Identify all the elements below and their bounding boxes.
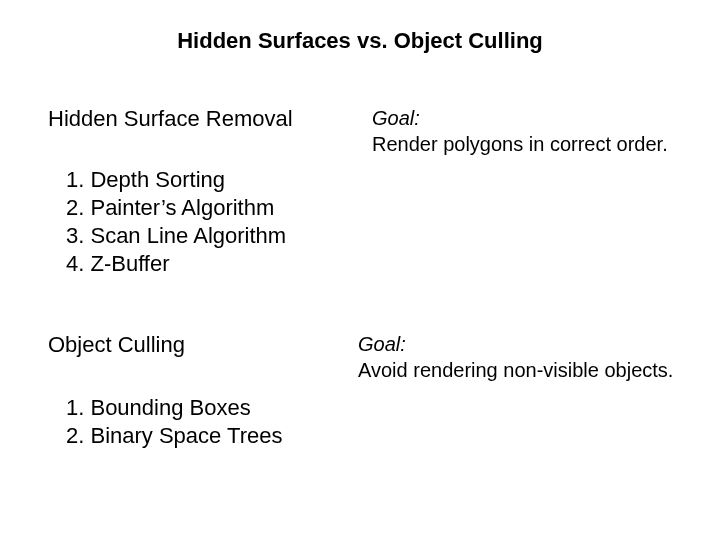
hidden-surface-goal: Goal: Render polygons in correct order. [372,106,668,157]
list-item: 3. Scan Line Algorithm [66,222,286,250]
list-item: 2. Binary Space Trees [66,422,282,450]
list-item: 2. Painter’s Algorithm [66,194,286,222]
hidden-surface-list: 1. Depth Sorting 2. Painter’s Algorithm … [66,166,286,279]
object-culling-goal: Goal: Avoid rendering non-visible object… [358,332,673,383]
goal-text: Render polygons in correct order. [372,133,668,155]
goal-label: Goal: [358,333,406,355]
list-item: 4. Z-Buffer [66,250,286,278]
list-item: 1. Bounding Boxes [66,394,282,422]
object-culling-list: 1. Bounding Boxes 2. Binary Space Trees [66,394,282,450]
list-item: 1. Depth Sorting [66,166,286,194]
hidden-surface-heading: Hidden Surface Removal [48,106,293,132]
page-title: Hidden Surfaces vs. Object Culling [0,28,720,54]
goal-label: Goal: [372,107,420,129]
object-culling-heading: Object Culling [48,332,185,358]
goal-text: Avoid rendering non-visible objects. [358,359,673,381]
